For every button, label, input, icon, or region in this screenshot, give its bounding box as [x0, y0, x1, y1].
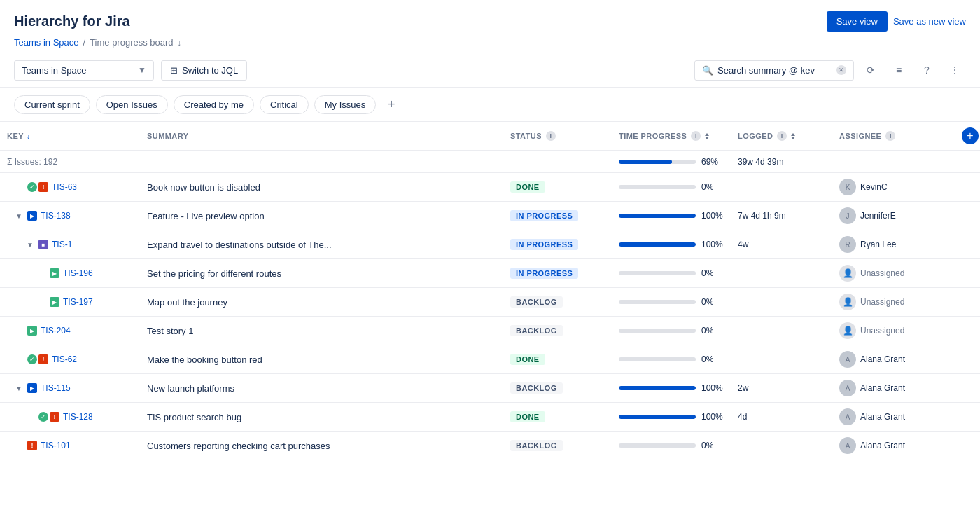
assignee-info-icon[interactable]: i [886, 131, 895, 141]
progress-cell-td: 100% [612, 202, 731, 230]
filter-chips: Current sprint Open Issues Created by me… [0, 88, 980, 122]
switch-to-jql-button[interactable]: ⊞ Switch to JQL [161, 60, 247, 81]
project-name: Teams in Space [22, 65, 87, 76]
status-cell: DONE [503, 345, 612, 374]
progress-bar-wrap [619, 185, 696, 189]
summary-text: Customers reporting checking cart purcha… [147, 441, 330, 451]
breadcrumb-board: Time progress board ↓ [90, 37, 181, 48]
summary-text: New launch platforms [147, 383, 234, 394]
summary-cell: Expand travel to destinations outside of… [140, 230, 503, 259]
assignee-cell-td: A Alana Grant [832, 432, 955, 460]
avatar-initials: A [846, 385, 850, 392]
progress-cell-td: 0% [612, 288, 731, 317]
table-row: TIS-128 TIS product search bug DONE 100%… [0, 403, 980, 432]
time-progress-info-icon[interactable]: i [691, 131, 701, 141]
summary-cell: Customers reporting checking cart purcha… [140, 432, 503, 460]
issues-table-wrapper: Key ↓ Summary Status i [0, 122, 980, 460]
green-sq-icon [50, 297, 59, 307]
filter-created-by-me[interactable]: Created by me [174, 95, 254, 114]
refresh-button[interactable]: ⟳ [860, 59, 882, 81]
key-cell: ▼ TIS-115 [0, 374, 140, 403]
status-cell: BACKLOG [503, 374, 612, 403]
issue-key-link[interactable]: TIS-63 [52, 182, 77, 192]
progress-percent: 100% [701, 383, 724, 393]
project-selector[interactable]: Teams in Space ▼ [14, 60, 154, 81]
green-check-icon [27, 182, 37, 192]
status-cell: BACKLOG [503, 317, 612, 345]
breadcrumb-separator: / [83, 37, 86, 48]
status-cell: IN PROGRESS [503, 202, 612, 230]
progress-cell: 100% [619, 412, 724, 422]
issue-key-link[interactable]: TIS-197 [63, 297, 93, 307]
add-filter-button[interactable]: + [382, 95, 401, 114]
assignee-cell-td: 👤 Unassigned [832, 317, 955, 345]
expand-icon[interactable]: ▼ [27, 241, 35, 249]
issue-key-link[interactable]: TIS-128 [63, 412, 93, 422]
logged-info-icon[interactable]: i [777, 131, 787, 141]
filter-current-sprint[interactable]: Current sprint [14, 95, 90, 114]
time-progress-sort[interactable] [705, 133, 709, 139]
add-column-button[interactable]: + [962, 127, 979, 144]
filter-open-issues[interactable]: Open Issues [96, 95, 168, 114]
logged-cell [731, 288, 832, 317]
avatar-initials: A [846, 442, 850, 450]
assignee-cell-td: J JenniferE [832, 202, 955, 230]
issue-key-link[interactable]: TIS-115 [41, 383, 71, 393]
issue-key-link[interactable]: TIS-101 [41, 441, 71, 450]
col-summary: Summary [140, 122, 503, 151]
red-sq-icon [50, 412, 59, 422]
filter-my-issues[interactable]: My Issues [314, 95, 377, 114]
progress-cell: 0% [619, 441, 724, 450]
status-cell: BACKLOG [503, 432, 612, 460]
progress-cell: 100% [619, 383, 724, 393]
key-sort-icon[interactable]: ↓ [27, 132, 30, 140]
progress-cell-td: 100% [612, 374, 731, 403]
assignee-name: Unassigned [860, 268, 904, 278]
issue-key-link[interactable]: TIS-138 [41, 211, 71, 221]
issue-key-link[interactable]: TIS-204 [41, 326, 71, 336]
progress-cell: 0% [619, 268, 724, 278]
add-col-cell [955, 230, 980, 259]
assignee-cell: J JenniferE [839, 207, 948, 224]
blue-sq-icon [27, 211, 37, 221]
assignee-name: Ryan Lee [860, 240, 896, 249]
key-cell: TIS-101 [0, 432, 140, 460]
expand-icon[interactable]: ▼ [15, 212, 24, 220]
add-col-cell [955, 288, 980, 317]
expand-icon[interactable]: ▼ [15, 385, 24, 392]
assignee-cell: 👤 Unassigned [839, 265, 948, 282]
breadcrumb-project[interactable]: Teams in Space [14, 37, 79, 48]
jql-grid-icon: ⊞ [170, 65, 178, 76]
summary-text: Feature - Live preview option [147, 211, 265, 221]
issue-key-link[interactable]: TIS-62 [52, 354, 77, 364]
search-clear-button[interactable]: ✕ [836, 65, 846, 75]
status-cell: DONE [503, 403, 612, 432]
table-row: TIS-196 Set the pricing for different ro… [0, 259, 980, 288]
status-badge: DONE [510, 181, 545, 193]
logged-cell: 2w [731, 374, 832, 403]
avatar: 👤 [839, 294, 856, 310]
issue-key-link[interactable]: TIS-1 [52, 240, 72, 249]
progress-cell-td: 0% [612, 259, 731, 288]
filter-critical[interactable]: Critical [260, 95, 309, 114]
help-button[interactable]: ? [916, 59, 938, 81]
green-check-icon [27, 354, 37, 364]
more-options-button[interactable]: ⋮ [944, 59, 966, 81]
status-cell: IN PROGRESS [503, 259, 612, 288]
key-cell: TIS-128 [0, 403, 140, 432]
progress-cell: 0% [619, 326, 724, 336]
assignee-name: Alana Grant [860, 383, 905, 393]
status-info-icon[interactable]: i [546, 131, 556, 141]
issue-key-link[interactable]: TIS-196 [63, 268, 93, 278]
logged-sort[interactable] [791, 133, 795, 139]
green-sq-icon [50, 268, 59, 278]
progress-percent: 69% [701, 157, 724, 167]
save-as-new-view-button[interactable]: Save as new view [893, 16, 966, 27]
assignee-name: Alana Grant [860, 441, 905, 450]
logged-cell [731, 317, 832, 345]
summary-cell: Make the booking button red [140, 345, 503, 374]
avatar: A [839, 408, 856, 425]
filter-button[interactable]: ≡ [888, 59, 910, 81]
search-input[interactable] [718, 65, 830, 76]
save-view-button[interactable]: Save view [827, 11, 888, 32]
